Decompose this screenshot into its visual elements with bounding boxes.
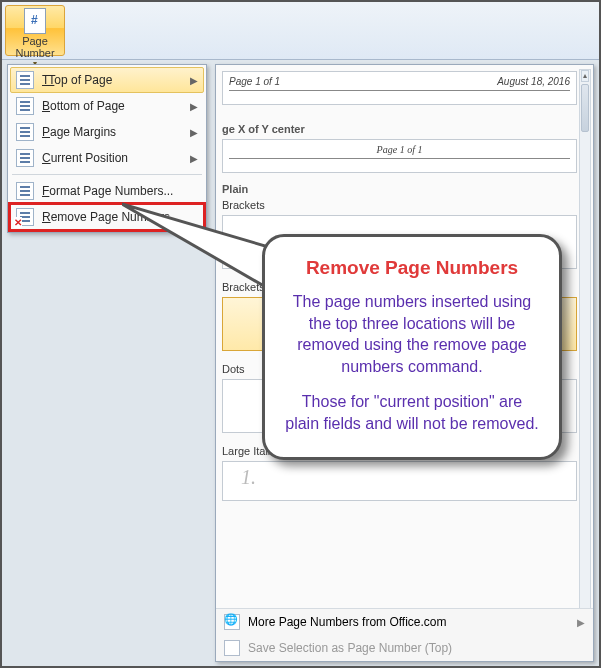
section-title: ge X of Y center bbox=[220, 119, 591, 137]
menu-label: Top of Page bbox=[48, 73, 112, 87]
footer-label: Save Selection as Page Number (Top) bbox=[248, 641, 452, 655]
page-top-icon bbox=[16, 71, 34, 89]
menu-label: Page Margins bbox=[42, 125, 116, 139]
scroll-thumb[interactable] bbox=[581, 84, 589, 132]
callout-text-1: The page numbers inserted using the top … bbox=[283, 291, 541, 377]
ribbon: Page Number ▾ bbox=[2, 2, 599, 60]
remove-icon bbox=[16, 208, 34, 226]
submenu-arrow-icon: ▶ bbox=[190, 153, 198, 164]
menu-label: Current Position bbox=[42, 151, 128, 165]
scrollbar[interactable]: ▴ ▾ bbox=[579, 69, 591, 625]
gallery-thumb[interactable]: Page 1 of 1 bbox=[222, 139, 577, 173]
callout-text-2: Those for "current position" are plain f… bbox=[283, 391, 541, 434]
callout: Remove Page Numbers The page numbers ins… bbox=[262, 234, 562, 460]
more-page-numbers[interactable]: More Page Numbers from Office.com ▶ bbox=[216, 609, 593, 635]
gallery-footer: More Page Numbers from Office.com ▶ Save… bbox=[216, 608, 593, 661]
gallery-thumb-large-italics[interactable]: 1. bbox=[222, 461, 577, 501]
preview-center: Page 1 of 1 bbox=[229, 144, 570, 155]
submenu-arrow-icon: ▶ bbox=[190, 75, 198, 86]
footer-label: More Page Numbers from Office.com bbox=[248, 615, 447, 629]
page-number-button[interactable]: Page Number ▾ bbox=[5, 5, 65, 56]
menu-page-margins[interactable]: Page Margins ▶ bbox=[10, 119, 204, 145]
preview-left: Page 1 of 1 bbox=[229, 76, 280, 87]
preview-right: August 18, 2016 bbox=[497, 76, 570, 87]
callout-title: Remove Page Numbers bbox=[283, 257, 541, 279]
menu-top-of-page[interactable]: T Top of Page ▶ bbox=[10, 67, 204, 93]
page-number-icon bbox=[24, 8, 46, 34]
page-bottom-icon bbox=[16, 97, 34, 115]
sample-text: 1. bbox=[229, 466, 570, 489]
submenu-arrow-icon: ▶ bbox=[190, 101, 198, 112]
page-number-label: Page Number bbox=[6, 35, 64, 59]
scroll-up-button[interactable]: ▴ bbox=[581, 70, 589, 82]
menu-current-position[interactable]: Current Position ▶ bbox=[10, 145, 204, 171]
save-selection: Save Selection as Page Number (Top) bbox=[216, 635, 593, 661]
submenu-arrow-icon: ▶ bbox=[190, 127, 198, 138]
submenu-arrow-icon: ▶ bbox=[577, 617, 585, 628]
current-position-icon bbox=[16, 149, 34, 167]
globe-icon bbox=[224, 614, 240, 630]
gallery-thumb[interactable]: Page 1 of 1 August 18, 2016 bbox=[222, 71, 577, 105]
page-margins-icon bbox=[16, 123, 34, 141]
save-icon bbox=[224, 640, 240, 656]
menu-bottom-of-page[interactable]: Bottom of Page ▶ bbox=[10, 93, 204, 119]
menu-label: Bottom of Page bbox=[42, 99, 125, 113]
format-icon bbox=[16, 182, 34, 200]
